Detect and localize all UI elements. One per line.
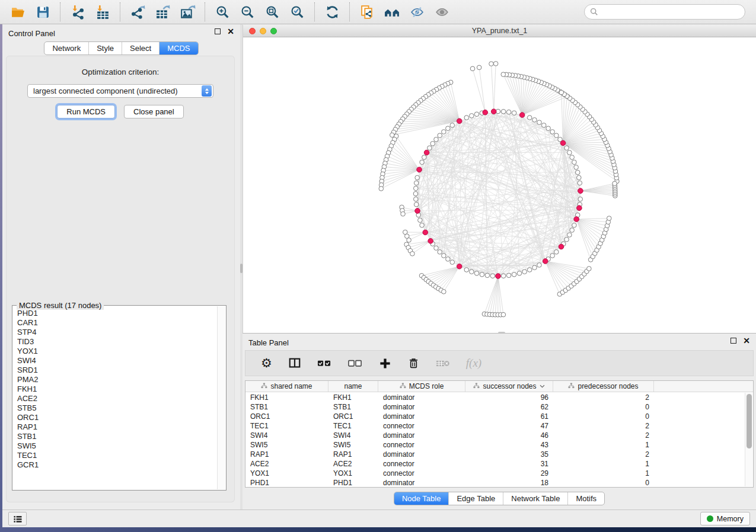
table-cell[interactable]: connector <box>378 469 465 477</box>
mcds-node-item[interactable]: FKH1 <box>17 384 216 394</box>
table-cell[interactable]: FKH1 <box>245 393 328 402</box>
mcds-node-item[interactable]: ORC1 <box>17 413 216 422</box>
window-maximize-icon[interactable] <box>270 28 277 34</box>
optimization-criterion-dropdown[interactable]: largest connected component (undirected) <box>27 84 213 98</box>
import-table-button[interactable] <box>91 2 114 22</box>
tab-style[interactable]: Style <box>88 42 122 55</box>
table-cell[interactable]: TEC1 <box>245 422 328 430</box>
tab-network-table[interactable]: Network Table <box>503 492 567 505</box>
mcds-node-item[interactable]: TID3 <box>17 337 216 347</box>
mcds-list-scrollbar[interactable] <box>217 306 225 489</box>
table-cell[interactable]: PHD1 <box>245 479 328 487</box>
table-cell[interactable]: 43 <box>465 441 553 449</box>
table-cell[interactable]: 1 <box>553 441 654 449</box>
mcds-hub-node[interactable] <box>417 167 422 172</box>
mcds-node-item[interactable]: SRD1 <box>17 366 216 375</box>
table-cell[interactable]: dominator <box>378 393 465 402</box>
duplicate-network-button[interactable] <box>355 2 379 22</box>
table-cell[interactable]: 18 <box>465 479 553 487</box>
table-row[interactable]: TEC1TEC1connector472 <box>245 421 744 431</box>
table-cell[interactable]: STB1 <box>245 403 328 411</box>
mcds-hub-node[interactable] <box>543 259 548 264</box>
table-cell[interactable]: 0 <box>553 479 654 487</box>
close-panel-button[interactable]: Close panel <box>124 105 184 118</box>
mcds-hub-node[interactable] <box>519 113 525 118</box>
table-cell[interactable]: 2 <box>553 431 654 440</box>
table-cell[interactable]: SWI4 <box>328 431 378 440</box>
mcds-node-item[interactable]: STB5 <box>17 403 216 413</box>
export-image-button[interactable] <box>176 2 199 22</box>
table-cell[interactable]: connector <box>378 422 465 430</box>
table-cell[interactable]: ORC1 <box>328 412 378 421</box>
mcds-node-item[interactable]: STP4 <box>17 328 216 337</box>
table-row[interactable]: FKH1FKH1dominator962 <box>245 393 744 402</box>
mcds-node-item[interactable]: PMA2 <box>17 375 216 384</box>
table-row[interactable]: SWI4SWI4dominator462 <box>245 431 744 440</box>
zoom-fit-button[interactable] <box>260 2 284 22</box>
table-row[interactable]: RAP1RAP1dominator352 <box>245 450 744 459</box>
mcds-node-item[interactable]: SWI5 <box>17 441 216 451</box>
table-row[interactable]: STB1STB1dominator620 <box>245 402 744 412</box>
network-canvas[interactable] <box>243 37 756 333</box>
table-cell[interactable]: dominator <box>378 431 465 440</box>
close-panel-icon[interactable]: ✕ <box>743 338 750 344</box>
table-cell[interactable]: 96 <box>465 393 553 402</box>
mcds-node-item[interactable]: RAP1 <box>17 422 216 432</box>
table-cell[interactable]: 1 <box>553 460 654 468</box>
close-panel-icon[interactable]: ✕ <box>227 28 234 34</box>
import-network-button[interactable] <box>66 2 90 22</box>
show-all-button[interactable] <box>430 2 454 22</box>
show-panels-button[interactable] <box>8 512 27 525</box>
table-row[interactable]: ACE2ACE2connector311 <box>245 459 744 469</box>
mcds-node-item[interactable]: GCR1 <box>17 460 216 470</box>
search-input[interactable] <box>602 8 739 17</box>
mcds-node-item[interactable]: CAR1 <box>17 318 216 328</box>
table-cell[interactable]: 35 <box>465 450 553 459</box>
tab-node-table[interactable]: Node Table <box>394 492 449 505</box>
table-cell[interactable]: 29 <box>465 469 553 477</box>
table-scrollbar[interactable] <box>745 393 752 486</box>
mcds-hub-node[interactable] <box>424 150 429 155</box>
table-cell[interactable]: connector <box>378 441 465 449</box>
column-header-successor-nodes[interactable]: successor nodes <box>465 381 553 392</box>
first-neighbors-button[interactable] <box>380 2 404 22</box>
zoom-out-button[interactable] <box>235 2 259 22</box>
open-file-button[interactable] <box>6 2 30 22</box>
table-cell[interactable]: 31 <box>465 460 553 468</box>
mcds-hub-node[interactable] <box>483 110 488 115</box>
table-cell[interactable]: ACE2 <box>328 460 378 468</box>
table-cell[interactable]: RAP1 <box>245 450 328 459</box>
mcds-hub-node[interactable] <box>496 274 501 279</box>
save-session-button[interactable] <box>31 2 55 22</box>
table-cell[interactable]: YOX1 <box>328 469 378 477</box>
table-cell[interactable]: dominator <box>378 479 465 487</box>
delete-column-icon[interactable] <box>407 357 420 370</box>
table-cell[interactable]: 2 <box>553 393 654 402</box>
mcds-hub-node[interactable] <box>423 230 428 235</box>
mcds-hub-node[interactable] <box>574 217 579 222</box>
tab-motifs[interactable]: Motifs <box>567 492 604 505</box>
table-cell[interactable]: 1 <box>553 469 654 477</box>
table-row[interactable]: SWI5SWI5connector431 <box>245 440 744 450</box>
window-minimize-icon[interactable] <box>260 28 266 34</box>
export-table-button[interactable] <box>151 2 174 22</box>
mcds-hub-node[interactable] <box>491 109 496 114</box>
table-cell[interactable]: YOX1 <box>245 469 328 477</box>
table-cell[interactable]: PHD1 <box>328 479 378 487</box>
table-cell[interactable]: 0 <box>553 403 654 411</box>
tab-edge-table[interactable]: Edge Table <box>448 492 503 505</box>
tab-network[interactable]: Network <box>44 42 88 55</box>
table-cell[interactable]: connector <box>378 460 465 468</box>
table-cell[interactable]: 0 <box>553 412 654 421</box>
table-cell[interactable]: STB1 <box>328 403 378 411</box>
deselect-all-checkboxes-icon[interactable] <box>348 358 363 368</box>
scrollbar-thumb[interactable] <box>747 394 752 448</box>
table-cell[interactable]: SWI4 <box>245 431 328 440</box>
column-split-icon[interactable] <box>288 357 301 370</box>
mcds-node-item[interactable]: SWI4 <box>17 356 216 366</box>
table-cell[interactable]: 61 <box>465 412 553 421</box>
mcds-hub-node[interactable] <box>428 238 433 243</box>
mcds-hub-node[interactable] <box>415 209 420 214</box>
table-cell[interactable]: dominator <box>378 450 465 459</box>
mcds-hub-node[interactable] <box>560 140 566 146</box>
